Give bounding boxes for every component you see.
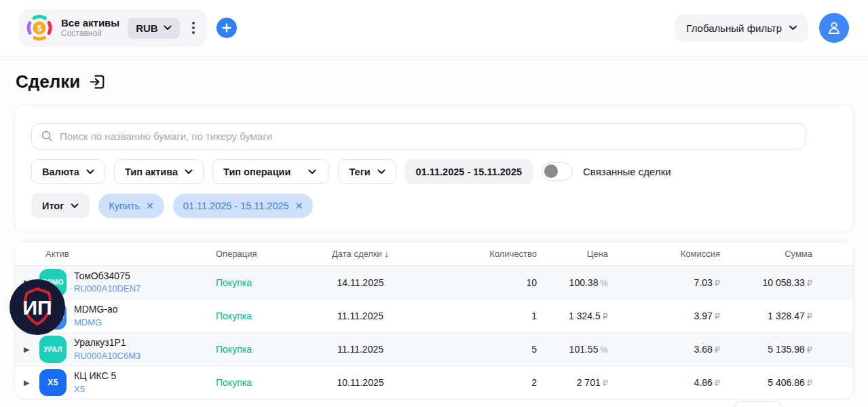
column-header-quantity[interactable]: Количество bbox=[421, 249, 537, 259]
filter-total-label: Итог bbox=[42, 200, 64, 211]
row-expand-icon[interactable]: ▶ bbox=[24, 345, 32, 354]
chip-label: Купить bbox=[109, 200, 140, 211]
portfolio-selector[interactable]: $ Все активы Составной RUB bbox=[19, 9, 207, 47]
table-row[interactable]: ▶ X5 КЦ ИКС 5 X5 Покупка 10.11.2025 2 2 … bbox=[15, 366, 853, 399]
bottom-cutoff-pill[interactable] bbox=[734, 401, 782, 407]
watermark-text: ИП bbox=[22, 296, 52, 319]
filter-tags-dropdown[interactable]: Теги bbox=[338, 159, 396, 184]
filter-date-range-value: 01.11.2025 - 15.11.2025 bbox=[416, 166, 522, 177]
global-filter-dropdown[interactable]: Глобальный фильтр bbox=[675, 14, 808, 42]
column-header-date[interactable]: Дата сделки ↓ bbox=[299, 249, 421, 259]
svg-text:$: $ bbox=[37, 23, 42, 33]
price-unit: % bbox=[600, 344, 608, 355]
search-icon bbox=[41, 130, 53, 142]
total-unit: ₽ bbox=[807, 311, 812, 321]
price-unit: ₽ bbox=[603, 311, 608, 321]
filter-total-dropdown[interactable]: Итог bbox=[31, 193, 90, 218]
chip-label: 01.11.2025 - 15.11.2025 bbox=[183, 200, 289, 211]
quantity-cell: 1 bbox=[421, 311, 537, 321]
table-header-row: Актив Операция Дата сделки ↓ Количество … bbox=[15, 242, 853, 266]
operation-cell: Покупка bbox=[216, 277, 299, 288]
global-filter-label: Глобальный фильтр bbox=[686, 22, 782, 34]
asset-name: КЦ ИКС 5 bbox=[74, 369, 116, 383]
operation-cell: Покупка bbox=[216, 377, 299, 388]
column-header-asset[interactable]: Актив bbox=[15, 249, 216, 259]
asset-ticker-link[interactable]: RU000A10DEN7 bbox=[74, 283, 140, 296]
date-cell: 11.11.2025 bbox=[299, 311, 421, 321]
fee-cell: 3.68₽ bbox=[608, 344, 720, 355]
chevron-down-icon bbox=[789, 25, 797, 31]
user-avatar[interactable] bbox=[819, 13, 849, 43]
table-row[interactable]: ▶ ТОМО ТомОб34075 RU000A10DEN7 Покупка 1… bbox=[15, 266, 853, 299]
table-row[interactable]: ▶ УРАЛ Уралкуз1Р1 RU000A10C6M3 Покупка 1… bbox=[15, 332, 853, 366]
chevron-down-icon bbox=[164, 25, 172, 31]
price-cell: 1 324.5₽ bbox=[537, 311, 608, 321]
asset-name: MDMG-ао bbox=[74, 302, 118, 316]
chevron-down-icon bbox=[71, 203, 79, 209]
fee-cell: 7.03₽ bbox=[608, 277, 720, 288]
total-unit: ₽ bbox=[807, 378, 812, 388]
fee-unit: ₽ bbox=[715, 344, 720, 355]
total-unit: ₽ bbox=[807, 278, 812, 288]
chevron-down-icon bbox=[308, 169, 316, 175]
currency-value: RUB bbox=[136, 22, 158, 34]
close-icon[interactable]: ✕ bbox=[146, 200, 154, 211]
toggle-knob bbox=[544, 164, 558, 178]
fee-unit: ₽ bbox=[715, 278, 720, 288]
export-icon[interactable] bbox=[88, 73, 107, 91]
asset-badge: X5 bbox=[39, 369, 67, 396]
asset-ticker-link[interactable]: RU000A10C6M3 bbox=[74, 350, 140, 363]
asset-badge: УРАЛ bbox=[39, 336, 67, 363]
price-unit: % bbox=[600, 278, 608, 288]
active-filter-chip-date-range[interactable]: 01.11.2025 - 15.11.2025 ✕ bbox=[173, 194, 314, 218]
trades-table: Актив Операция Дата сделки ↓ Количество … bbox=[14, 241, 854, 400]
search-input[interactable] bbox=[60, 130, 796, 142]
filter-asset-type-dropdown[interactable]: Тип актива bbox=[114, 159, 204, 184]
add-button[interactable] bbox=[216, 18, 237, 38]
operation-cell: Покупка bbox=[216, 311, 299, 321]
filter-operation-type-label: Тип операции bbox=[223, 166, 290, 177]
asset-ticker-link[interactable]: MDMG bbox=[74, 317, 118, 330]
filter-date-range-button[interactable]: 01.11.2025 - 15.11.2025 bbox=[405, 159, 533, 184]
close-icon[interactable]: ✕ bbox=[295, 200, 303, 211]
total-cell: 5 135.98₽ bbox=[720, 344, 812, 355]
quantity-cell: 5 bbox=[421, 344, 537, 355]
column-header-price[interactable]: Цена bbox=[537, 249, 608, 259]
portfolio-subtitle: Составной bbox=[61, 29, 119, 39]
table-row[interactable]: ▶ MDMG MDMG-ао MDMG Покупка 11.11.2025 1… bbox=[15, 299, 853, 332]
asset-name: ТомОб34075 bbox=[74, 269, 140, 283]
filter-currency-dropdown[interactable]: Валюта bbox=[31, 159, 105, 184]
sort-desc-icon: ↓ bbox=[384, 249, 389, 259]
row-expand-icon[interactable]: ▶ bbox=[24, 378, 32, 387]
quantity-cell: 2 bbox=[421, 377, 537, 388]
linked-trades-toggle[interactable] bbox=[542, 162, 573, 181]
column-header-fee[interactable]: Комиссия bbox=[608, 249, 720, 259]
total-unit: ₽ bbox=[807, 344, 812, 355]
linked-trades-label: Связанные сделки bbox=[583, 166, 671, 177]
total-cell: 10 058.33₽ bbox=[720, 277, 812, 288]
filter-asset-type-label: Тип актива bbox=[125, 166, 178, 177]
total-cell: 5 406.86₽ bbox=[720, 377, 812, 388]
quantity-cell: 10 bbox=[421, 277, 537, 288]
ip-watermark-logo: ИП bbox=[10, 279, 65, 335]
chevron-down-icon bbox=[86, 169, 94, 175]
total-cell: 1 328.47₽ bbox=[720, 311, 812, 321]
filter-currency-label: Валюта bbox=[42, 166, 79, 177]
price-cell: 101.55% bbox=[537, 344, 608, 355]
chevron-down-icon bbox=[185, 169, 193, 175]
price-cell: 2 701₽ bbox=[537, 377, 608, 388]
date-cell: 11.11.2025 bbox=[299, 344, 421, 355]
fee-cell: 3.97₽ bbox=[608, 311, 720, 321]
filter-operation-type-dropdown[interactable]: Тип операции bbox=[212, 159, 329, 184]
portfolio-menu-button[interactable] bbox=[188, 19, 199, 37]
column-header-total[interactable]: Сумма bbox=[720, 249, 812, 259]
column-header-operation[interactable]: Операция bbox=[216, 249, 299, 259]
asset-ticker-link[interactable]: X5 bbox=[74, 383, 116, 396]
plus-icon bbox=[222, 23, 231, 33]
asset-name: Уралкуз1Р1 bbox=[74, 336, 140, 349]
price-cell: 100.38% bbox=[537, 277, 608, 288]
currency-select[interactable]: RUB bbox=[128, 18, 180, 39]
top-bar: $ Все активы Составной RUB Глобальный фи… bbox=[0, 0, 868, 56]
active-filter-chip-buy[interactable]: Купить ✕ bbox=[98, 194, 164, 218]
search-box[interactable] bbox=[31, 123, 806, 149]
